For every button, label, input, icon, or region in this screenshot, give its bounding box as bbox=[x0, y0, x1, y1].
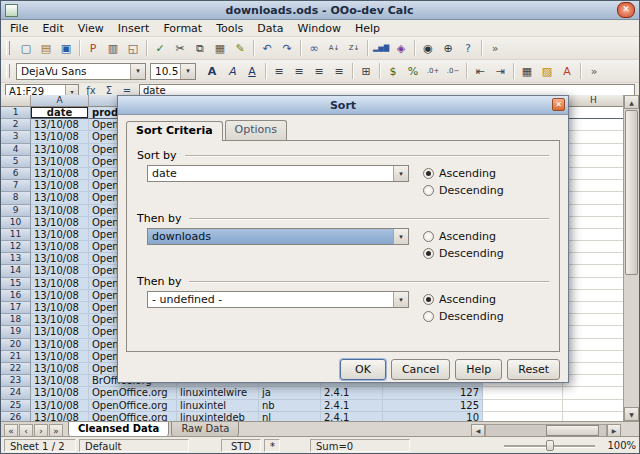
row-header-22[interactable]: 22 bbox=[1, 363, 31, 375]
cell[interactable] bbox=[563, 412, 625, 421]
cell[interactable]: 13/10/08 bbox=[31, 302, 89, 314]
row-header-2[interactable]: 2 bbox=[1, 119, 31, 131]
row-header-1[interactable]: 1 bbox=[1, 107, 31, 119]
add-decimal-icon[interactable]: .0+ bbox=[423, 62, 443, 81]
selection-mode-indicator[interactable]: STD bbox=[221, 439, 261, 452]
row-header-24[interactable]: 24 bbox=[1, 387, 31, 399]
cell[interactable] bbox=[563, 326, 625, 338]
merge-cells-icon[interactable]: ⊞ bbox=[356, 62, 376, 81]
export-pdf-icon[interactable]: P bbox=[83, 39, 103, 58]
reset-button[interactable]: Reset bbox=[507, 359, 560, 380]
horizontal-scrollbar-track[interactable] bbox=[485, 424, 607, 437]
underline-icon[interactable]: A bbox=[242, 62, 262, 81]
cell[interactable] bbox=[563, 339, 625, 351]
cell[interactable] bbox=[563, 107, 625, 119]
menu-format[interactable]: Format bbox=[156, 21, 209, 36]
row-header-15[interactable]: 15 bbox=[1, 278, 31, 290]
row-header-25[interactable]: 25 bbox=[1, 400, 31, 412]
redo-icon[interactable]: ↷ bbox=[277, 39, 297, 58]
cell[interactable]: 13/10/08 bbox=[31, 205, 89, 217]
cell[interactable] bbox=[563, 168, 625, 180]
italic-icon[interactable]: A bbox=[222, 62, 242, 81]
ascending-radio[interactable]: Ascending bbox=[423, 291, 504, 308]
increase-indent-icon[interactable]: ⇥ bbox=[490, 62, 510, 81]
row-header-10[interactable]: 10 bbox=[1, 217, 31, 229]
cell[interactable]: 13/10/08 bbox=[31, 339, 89, 351]
last-sheet-icon[interactable]: » bbox=[49, 424, 63, 437]
ascending-radio[interactable]: Ascending bbox=[423, 228, 504, 245]
spellcheck-icon[interactable]: ✓ bbox=[150, 39, 170, 58]
row-header-23[interactable]: 23 bbox=[1, 375, 31, 387]
scroll-right-icon[interactable]: ▶ bbox=[607, 424, 621, 437]
vertical-scrollbar[interactable]: ▲ ▼ bbox=[623, 95, 639, 421]
zoom-slider[interactable] bbox=[502, 439, 597, 452]
cell[interactable] bbox=[563, 400, 625, 412]
cell[interactable] bbox=[563, 131, 625, 143]
cell[interactable]: OpenOffice.org bbox=[89, 387, 177, 399]
cell[interactable]: OpenOffice.org bbox=[89, 412, 177, 421]
chevron-down-icon[interactable]: ▾ bbox=[393, 166, 408, 181]
cell[interactable] bbox=[563, 387, 625, 399]
window-close-button[interactable]: ✕ bbox=[617, 2, 635, 18]
menu-help[interactable]: Help bbox=[348, 21, 387, 36]
cell[interactable]: 13/10/08 bbox=[31, 387, 89, 399]
row-header-6[interactable]: 6 bbox=[1, 168, 31, 180]
chevron-down-icon[interactable]: ▾ bbox=[180, 64, 195, 79]
cell[interactable] bbox=[563, 180, 625, 192]
font-size-combobox[interactable]: 10.5 ▾ bbox=[150, 63, 196, 80]
then-by-combobox-2[interactable]: - undefined - ▾ bbox=[147, 291, 409, 308]
cell[interactable] bbox=[563, 253, 625, 265]
zoom-slider-thumb[interactable] bbox=[546, 440, 554, 451]
cell[interactable] bbox=[563, 241, 625, 253]
row-header-21[interactable]: 21 bbox=[1, 351, 31, 363]
row-header-8[interactable]: 8 bbox=[1, 192, 31, 204]
toolbar-overflow-icon[interactable]: » bbox=[485, 39, 505, 58]
cell[interactable]: 13/10/08 bbox=[31, 180, 89, 192]
sort-descending-icon[interactable]: Z↓ bbox=[344, 39, 364, 58]
cell[interactable] bbox=[483, 387, 563, 399]
cell[interactable]: nl bbox=[259, 412, 321, 421]
descending-radio[interactable]: Descending bbox=[423, 308, 504, 325]
cell[interactable] bbox=[563, 144, 625, 156]
ascending-radio[interactable]: Ascending bbox=[423, 165, 504, 182]
undo-icon[interactable]: ↶ bbox=[257, 39, 277, 58]
next-sheet-icon[interactable]: › bbox=[34, 424, 48, 437]
decrease-indent-icon[interactable]: ⇤ bbox=[470, 62, 490, 81]
sum-indicator[interactable]: Sum=0 bbox=[310, 439, 410, 452]
cell[interactable]: 125 bbox=[383, 400, 483, 412]
cell[interactable]: 13/10/08 bbox=[31, 375, 89, 387]
row-header-20[interactable]: 20 bbox=[1, 339, 31, 351]
cell[interactable] bbox=[563, 290, 625, 302]
first-sheet-icon[interactable]: « bbox=[4, 424, 18, 437]
print-icon[interactable]: ▥ bbox=[103, 39, 123, 58]
zoom-level[interactable]: 100% bbox=[600, 440, 636, 451]
font-color-icon[interactable]: A bbox=[557, 62, 577, 81]
chevron-down-icon[interactable]: ▾ bbox=[393, 292, 408, 307]
cell[interactable] bbox=[563, 192, 625, 204]
menu-window[interactable]: Window bbox=[291, 21, 348, 36]
align-center-icon[interactable]: ≡ bbox=[289, 62, 309, 81]
align-right-icon[interactable]: ≡ bbox=[309, 62, 329, 81]
cell[interactable]: date bbox=[31, 107, 89, 119]
cell[interactable]: 13/10/08 bbox=[31, 131, 89, 143]
cell[interactable]: 13/10/08 bbox=[31, 144, 89, 156]
column-header-H[interactable]: H bbox=[563, 95, 625, 107]
row-header-26[interactable]: 26 bbox=[1, 412, 31, 421]
then-by-combobox-1[interactable]: downloads ▾ bbox=[147, 228, 409, 245]
cell[interactable]: 13/10/08 bbox=[31, 156, 89, 168]
row-header-9[interactable]: 9 bbox=[1, 205, 31, 217]
cell[interactable]: 10 bbox=[383, 412, 483, 421]
column-header-A[interactable]: A bbox=[31, 95, 89, 107]
chevron-down-icon[interactable]: ▾ bbox=[393, 229, 408, 244]
tab-sort-criteria[interactable]: Sort Criteria bbox=[126, 121, 223, 141]
cell[interactable]: ja bbox=[259, 387, 321, 399]
help-icon[interactable]: ? bbox=[458, 39, 478, 58]
align-justified-icon[interactable]: ≡ bbox=[329, 62, 349, 81]
cut-icon[interactable]: ✂ bbox=[170, 39, 190, 58]
cell[interactable] bbox=[563, 229, 625, 241]
delete-decimal-icon[interactable]: .0− bbox=[443, 62, 463, 81]
cancel-button[interactable]: Cancel bbox=[391, 359, 450, 380]
sort-ascending-icon[interactable]: A↓ bbox=[324, 39, 344, 58]
cell[interactable] bbox=[563, 217, 625, 229]
background-color-icon[interactable]: ▨ bbox=[537, 62, 557, 81]
